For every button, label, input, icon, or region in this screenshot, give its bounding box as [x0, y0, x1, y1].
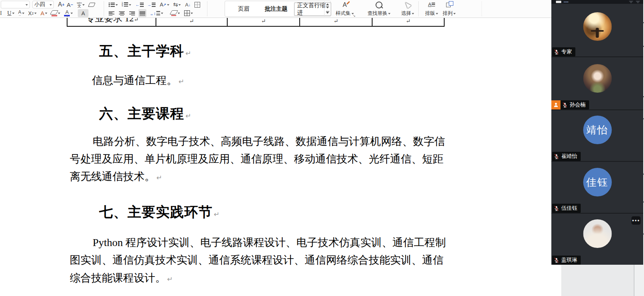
more-options-button[interactable]: ●●● — [631, 216, 641, 225]
text-effects-button[interactable]: A — [39, 9, 48, 17]
distribute-button[interactable]: ‹› — [148, 9, 151, 17]
group-separator — [482, 1, 482, 16]
paragraph-mark: ↵ — [334, 18, 339, 24]
emphasis-mark-button[interactable]: A‥ — [17, 9, 26, 17]
pinyin-icon: wén文 — [77, 2, 82, 8]
video-tile-expert[interactable]: 专家 — [551, 4, 643, 56]
font-dialog-launcher[interactable]: ↘ — [66, 14, 69, 18]
font-color-button[interactable]: A — [63, 9, 74, 17]
video-tile-gai-qilin[interactable]: ●●● 盖琪琳 — [551, 214, 643, 265]
document-edit-surface[interactable]: 专业要求 12↵ ↵ ↵ ↵ ↵ 五、主干学科↵ 信息与通信工程。↵ 六、主要课… — [0, 18, 551, 296]
chevron-down-icon — [34, 13, 37, 15]
host-badge — [551, 100, 560, 109]
emphasis-icon: A‥ — [18, 10, 21, 16]
increase-indent-button[interactable]: → — [146, 1, 157, 9]
style-item-header[interactable]: 页眉 — [230, 1, 257, 16]
borders-button[interactable] — [183, 9, 194, 17]
highlight-button[interactable] — [50, 9, 61, 17]
sort-button[interactable]: A↓ — [184, 1, 191, 9]
table-cell: ↵ — [300, 18, 373, 26]
align-left-icon — [109, 11, 114, 16]
participant-name-label: 伍佳钰 — [552, 204, 581, 213]
wrap-button[interactable]: ⇆ — [172, 1, 182, 9]
chevron-down-icon — [178, 4, 181, 7]
bullet-list-button[interactable] — [108, 1, 119, 9]
align-center-button[interactable] — [118, 9, 126, 17]
decrease-font-button[interactable]: A− — [66, 1, 74, 9]
superscript-button[interactable]: X2 — [27, 9, 38, 17]
background-window-fragment — [561, 265, 634, 296]
increase-font-button[interactable]: A+ — [57, 1, 66, 9]
heading-practice: 七、主要实践环节↵ — [99, 203, 220, 222]
group-separator — [207, 1, 207, 16]
select-button[interactable]: 选择 — [397, 1, 418, 17]
justify-button[interactable] — [138, 9, 146, 17]
chevron-down-icon — [161, 13, 163, 15]
gallery-scroll-down-icon[interactable] — [326, 6, 329, 10]
justify-icon — [140, 11, 145, 16]
chevron-down-icon — [412, 13, 414, 16]
group-separator — [418, 1, 419, 16]
background-window-margin — [634, 265, 644, 296]
font-name-select[interactable] — [1, 1, 30, 8]
underline-button[interactable]: U — [6, 9, 16, 17]
mic-muted-icon — [554, 154, 559, 159]
avatar — [583, 12, 612, 41]
eraser-icon — [88, 3, 95, 7]
text-direction-button[interactable]: A↗ — [159, 1, 170, 9]
style-item-comment-theme[interactable]: 批注主题 — [260, 1, 292, 16]
align-left-button[interactable] — [108, 9, 116, 17]
body-line: 信息与通信工程。↵ — [92, 73, 184, 88]
paragraph-mark: ↵ — [167, 275, 173, 283]
chevron-down-icon — [191, 13, 193, 15]
character-shading-button[interactable]: A — [78, 9, 88, 17]
chevron-down-icon — [71, 13, 73, 15]
style-set-button[interactable]: A 样式集 — [333, 1, 356, 17]
character-shading-icon: A — [82, 10, 85, 16]
paragraph-shading-button[interactable] — [170, 9, 181, 17]
cropped-italic-button[interactable]: I — [0, 10, 3, 16]
gallery-more-icon[interactable] — [326, 11, 329, 16]
avatar-initials: 靖怡 — [583, 116, 612, 144]
body-line: 图实训、通信仿真技术实训、通信系统课程设计、通信网络综合技能实训、通信 — [70, 253, 443, 267]
text-effects-icon: A — [40, 10, 44, 16]
ribbon: 小四 A+ A− wén文 I U A‥ X2 A A A ↘ 1 2 3 ← … — [0, 0, 551, 18]
font-size-select[interactable]: 小四 — [32, 1, 54, 8]
chevron-down-icon — [50, 4, 52, 7]
chevron-down-icon — [58, 13, 60, 15]
decrease-indent-button[interactable]: ← — [134, 1, 145, 9]
pinyin-guide-button[interactable]: wén文 — [76, 1, 86, 9]
align-right-button[interactable] — [128, 9, 136, 17]
paragraph-mark: ↵ — [185, 49, 191, 57]
screen: 小四 A+ A− wén文 I U A‥ X2 A A A ↘ 1 2 3 ← … — [0, 0, 644, 296]
body-line: 号处理及应用、单片机原理及应用、通信原理、移动通信技术、光纤通信、短距 — [70, 152, 443, 166]
avatar — [583, 219, 612, 248]
line-spacing-button[interactable]: ↕ — [153, 9, 164, 17]
swap-arrows-icon: ⇆ — [173, 1, 178, 8]
typeset-button[interactable]: A 排版 — [422, 1, 442, 17]
table-cell: ↵ — [156, 18, 228, 26]
paragraph-shading-icon — [171, 10, 177, 16]
show-marks-button[interactable] — [193, 1, 201, 9]
video-tile-wu-jiayu[interactable]: 佳钰 伍佳钰 — [551, 162, 643, 213]
heading-main-discipline: 五、主干学科↵ — [99, 42, 191, 61]
gallery-scroll-up-icon[interactable] — [326, 2, 329, 5]
paragraph-mark: ↵ — [406, 18, 411, 24]
chevron-down-icon — [45, 13, 47, 15]
participant-name-label: 孙会楠 — [560, 100, 589, 109]
arrange-button[interactable]: 排列 — [439, 1, 459, 17]
video-tile-cui-jingyi[interactable]: 靖怡 崔靖怡 — [551, 110, 643, 161]
meeting-video-panel: ▪▪▪▪ 专家 孙会楠 靖怡 — [551, 0, 643, 265]
numbered-list-button[interactable]: 1 2 3 — [120, 1, 132, 9]
align-center-icon — [119, 11, 125, 16]
clear-format-button[interactable] — [88, 1, 96, 9]
video-tile-sun-huinan[interactable]: 孙会楠 — [551, 57, 643, 109]
mic-muted-icon — [554, 257, 559, 263]
typeset-icon: A — [428, 2, 435, 7]
paragraph-mark: ↵ — [185, 112, 191, 120]
chevron-down-icon — [167, 4, 169, 7]
borders-icon — [184, 10, 190, 16]
find-replace-button[interactable]: 查找替换 — [361, 1, 397, 17]
text-direction-icon: A — [160, 2, 163, 8]
mic-muted-icon — [554, 49, 559, 55]
